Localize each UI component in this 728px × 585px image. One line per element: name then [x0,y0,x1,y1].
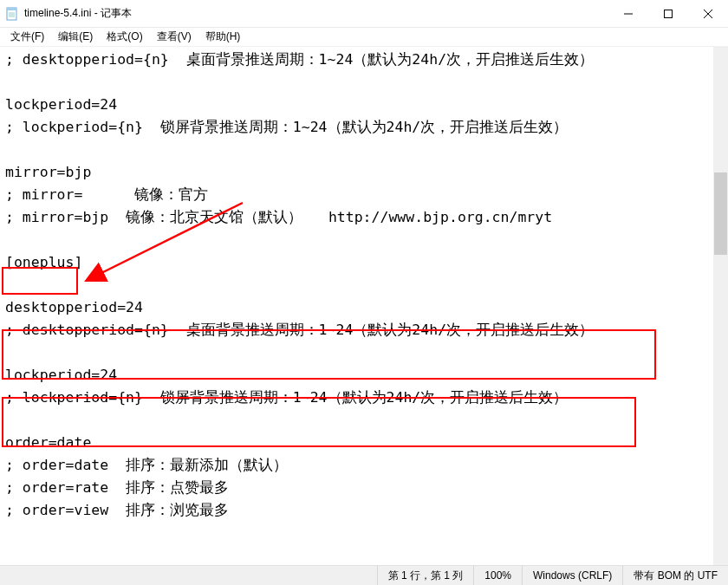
minimize-button[interactable] [608,0,648,28]
window-controls [608,0,728,28]
notepad-icon [5,7,19,21]
maximize-button[interactable] [648,0,688,28]
text-line: ; desktopperiod={n} 桌面背景推送周期：1~24（默认为24h… [5,51,594,68]
status-position: 第 1 行，第 1 列 [377,566,474,585]
text-editor[interactable]: ; desktopperiod={n} 桌面背景推送周期：1~24（默认为24h… [0,47,728,565]
menu-help[interactable]: 帮助(H) [198,28,248,46]
window-title: timeline-5.4.ini - 记事本 [24,6,608,21]
menu-view[interactable]: 查看(V) [150,28,198,46]
vertical-scrollbar[interactable] [713,47,728,565]
text-line: lockperiod=24 [5,96,117,113]
menu-bar: 文件(F) 编辑(E) 格式(O) 查看(V) 帮助(H) [0,28,728,47]
svg-rect-6 [665,10,673,17]
menu-file[interactable]: 文件(F) [3,28,51,46]
status-eol: Windows (CRLF) [522,566,622,585]
text-line: mirror=bjp [5,164,91,180]
text-line: ; mirror=bjp 镜像：北京天文馆（默认） http://www.bjp… [5,209,552,225]
text-line: ; order=date 排序：最新添加（默认） [5,457,288,473]
text-line: lockperiod=24 [5,367,117,383]
text-line: ; lockperiod={n} 锁屏背景推送周期：1~24（默认为24h/次，… [5,119,568,135]
window-titlebar: timeline-5.4.ini - 记事本 [0,0,728,28]
text-line: [oneplus] [5,254,82,270]
close-button[interactable] [688,0,728,28]
editor-wrapper: ; desktopperiod={n} 桌面背景推送周期：1~24（默认为24h… [0,47,728,565]
text-line: ; order=rate 排序：点赞最多 [5,479,229,496]
svg-rect-1 [7,8,16,10]
status-zoom: 100% [473,566,522,585]
text-line: ; desktopperiod={n} 桌面背景推送周期：1~24（默认为24h… [5,322,594,338]
status-encoding: 带有 BOM 的 UTF [622,566,728,585]
text-line: desktopperiod=24 [5,299,143,315]
status-bar: 第 1 行，第 1 列 100% Windows (CRLF) 带有 BOM 的… [0,565,728,585]
menu-format[interactable]: 格式(O) [100,28,149,46]
text-line: ; mirror= 镜像：官方 [5,186,208,203]
text-line: ; order=view 排序：浏览最多 [5,502,229,518]
menu-edit[interactable]: 编辑(E) [51,28,100,46]
scrollbar-thumb[interactable] [714,172,727,255]
text-line: order=date [5,434,91,451]
text-line: ; lockperiod={n} 锁屏背景推送周期：1~24（默认为24h/次，… [5,389,568,406]
